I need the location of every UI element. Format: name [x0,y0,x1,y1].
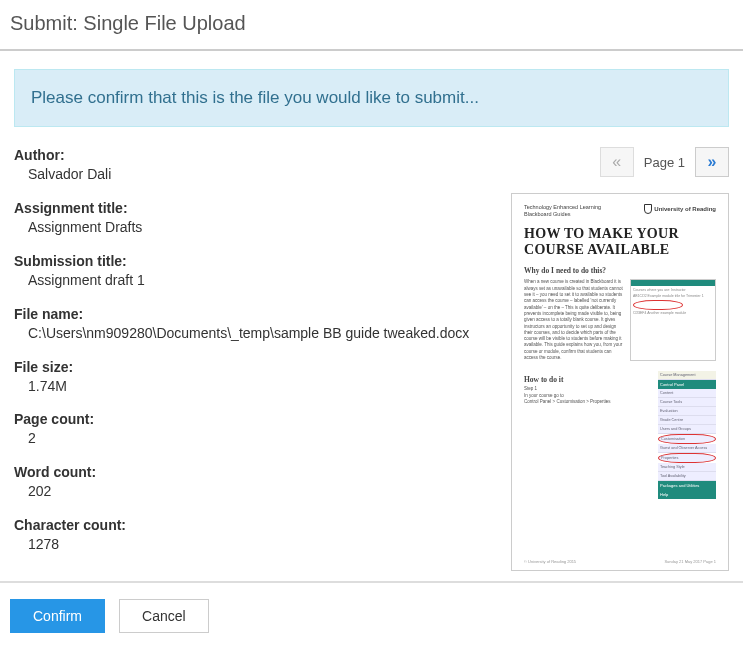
preview-side-item: Tool Availability [658,472,716,481]
preview-side-sub: Control Panel [658,380,716,389]
author-value: Salvador Dali [14,165,485,184]
shield-icon [644,204,652,214]
submission-title-label: Submission title: [14,253,485,269]
preview-side-item: Customisation [658,434,716,444]
preview-foot-right: Sunday 21 May 2017 Page 1 [664,559,716,564]
page-title: Submit: Single File Upload [0,0,743,51]
preview-brand-line1: Technology Enhanced Learning [524,204,601,211]
character-count-value: 1278 [14,535,485,554]
preview-logo-text: University of Reading [654,206,716,212]
preview-side-item: Grade Centre [658,416,716,425]
page-count-label: Page count: [14,411,485,427]
preview-doc-title: HOW TO MAKE YOUR COURSE AVAILABLE [524,226,716,258]
pager-prev-button[interactable]: « [600,147,634,177]
preview-side-item: Help [658,490,716,499]
preview-brand-line2: Blackboard Guides [524,211,601,218]
preview-side-item: Users and Groups [658,425,716,434]
file-size-label: File size: [14,359,485,375]
author-label: Author: [14,147,485,163]
preview-side-item: Course Tools [658,398,716,407]
cancel-button[interactable]: Cancel [119,599,209,633]
preview-side-item: Teaching Style [658,463,716,472]
file-size-value: 1.74M [14,377,485,396]
preview-side-item: Packages and Utilities [658,481,716,490]
preview-body-text: When a new course is created in Blackboa… [524,279,624,361]
preview-side-item: Content [658,389,716,398]
preview-side-item: Evaluation [658,407,716,416]
word-count-value: 202 [14,482,485,501]
assignment-title-label: Assignment title: [14,200,485,216]
page-count-value: 2 [14,429,485,448]
file-name-label: File name: [14,306,485,322]
preview-step3: Control Panel > Customisation > Properti… [524,399,652,405]
preview-side-item: Properties [658,453,716,463]
preview-foot-left: © University of Reading 2015 [524,559,576,564]
pager: « Page 1 » [600,147,729,177]
submission-title-value: Assignment draft 1 [14,271,485,290]
pager-next-button[interactable]: » [695,147,729,177]
preview-side-head: Course Management [658,371,716,380]
preview-howto-heading: How to do it [524,375,652,384]
preview-why-heading: Why do I need to do this? [524,266,716,275]
confirmation-alert: Please confirm that this is the file you… [14,69,729,127]
footer-actions: Confirm Cancel [0,581,743,649]
assignment-title-value: Assignment Drafts [14,218,485,237]
confirm-button[interactable]: Confirm [10,599,105,633]
character-count-label: Character count: [14,517,485,533]
file-name-value: C:\Users\nm909280\Documents\_temp\sample… [14,324,485,343]
metadata-panel: Author: Salvador Dali Assignment title: … [14,147,485,570]
document-preview: Technology Enhanced Learning Blackboard … [511,193,729,571]
preview-side-item: Guest and Observer Access [658,444,716,453]
word-count-label: Word count: [14,464,485,480]
pager-label: Page 1 [640,155,689,170]
